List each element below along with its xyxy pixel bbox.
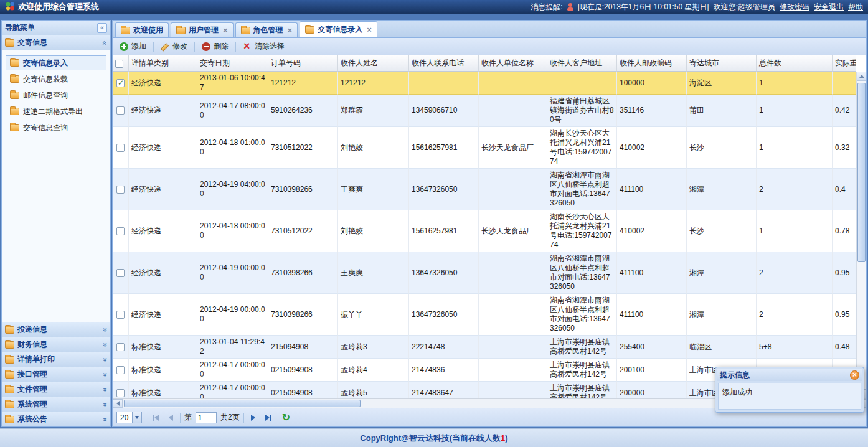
tab-welcome[interactable]: 欢迎使用 bbox=[115, 22, 169, 37]
row-checkbox[interactable] bbox=[116, 389, 125, 397]
page-number-input[interactable] bbox=[196, 412, 217, 423]
grid-cell: 410002 bbox=[617, 127, 687, 169]
sidebar-panel-system-notice[interactable]: 系统公告« bbox=[2, 412, 110, 426]
column-header[interactable]: 收件人姓名 bbox=[338, 55, 409, 72]
page-size-select[interactable]: 20 bbox=[116, 412, 142, 423]
navigation-sidebar: 导航菜单 « 交寄信息 « 交寄信息录入交寄信息装载邮件信息查询速递二期格式导出… bbox=[1, 20, 111, 427]
row-select-cell[interactable] bbox=[113, 359, 129, 382]
tab-role-management[interactable]: 角色管理× bbox=[235, 22, 298, 37]
sidebar-item-shipping-load[interactable]: 交寄信息装载 bbox=[6, 72, 106, 87]
tab-close-icon[interactable]: × bbox=[288, 27, 293, 34]
row-select-cell[interactable] bbox=[113, 95, 129, 127]
chevron-down-icon[interactable] bbox=[132, 412, 141, 423]
chevron-down-icon[interactable]: « bbox=[101, 342, 110, 347]
close-icon[interactable]: × bbox=[850, 370, 859, 380]
sidebar-panel-file-mgmt[interactable]: 文件管理« bbox=[2, 382, 110, 397]
row-checkbox[interactable] bbox=[116, 343, 125, 351]
row-checkbox[interactable] bbox=[116, 311, 125, 319]
chevron-down-icon[interactable]: « bbox=[101, 402, 110, 407]
folder-icon bbox=[5, 39, 14, 47]
grid-row[interactable]: 经济快递2012-04-19 00:00:007310398266王爽爽1364… bbox=[113, 252, 856, 294]
chevron-down-icon[interactable]: « bbox=[101, 387, 110, 392]
column-header[interactable]: 订单号码 bbox=[268, 55, 338, 72]
user-icon[interactable] bbox=[567, 3, 573, 11]
sidebar-panel-waybill-print[interactable]: 详情单打印« bbox=[2, 352, 110, 367]
sidebar-item-mail-query[interactable]: 邮件信息查询 bbox=[6, 88, 106, 103]
chevron-up-icon[interactable]: « bbox=[101, 40, 110, 45]
tab-close-icon[interactable]: × bbox=[367, 27, 372, 33]
row-select-cell[interactable] bbox=[113, 336, 129, 359]
next-page-button[interactable] bbox=[248, 412, 259, 423]
row-checkbox[interactable] bbox=[116, 106, 125, 115]
sidebar-item-express-phase2-export[interactable]: 速递二期格式导出 bbox=[6, 104, 106, 119]
add-button[interactable]: 添加 bbox=[116, 39, 150, 54]
scroll-left-icon[interactable] bbox=[113, 399, 123, 408]
edit-button[interactable]: 修改 bbox=[157, 39, 191, 54]
help-link[interactable]: 帮助 bbox=[848, 2, 863, 12]
column-header[interactable]: 收件人客户地址 bbox=[547, 55, 617, 72]
column-header[interactable]: 实际重量 bbox=[833, 55, 856, 72]
column-header[interactable]: 总件数 bbox=[757, 55, 833, 72]
sidebar-panel-interface-mgmt[interactable]: 接口管理« bbox=[2, 367, 110, 382]
sidebar-item-shipping-entry[interactable]: 交寄信息录入 bbox=[6, 55, 106, 70]
row-checkbox[interactable] bbox=[116, 227, 125, 235]
row-checkbox[interactable] bbox=[116, 366, 125, 374]
grid-cell: 2012-04-19 00:00:00 bbox=[197, 252, 268, 294]
sidebar-panel-shipping-info[interactable]: 交寄信息 « bbox=[2, 35, 110, 50]
refresh-icon[interactable]: ↻ bbox=[282, 413, 290, 423]
vertical-scrollbar[interactable] bbox=[856, 72, 866, 398]
column-header[interactable]: 寄达城市 bbox=[687, 55, 757, 72]
row-select-cell[interactable] bbox=[113, 210, 129, 252]
last-page-button[interactable] bbox=[263, 412, 274, 423]
row-select-cell[interactable] bbox=[113, 169, 129, 210]
tab-shipping-entry[interactable]: 交寄信息录入× bbox=[300, 21, 377, 37]
chevron-down-icon[interactable]: « bbox=[101, 327, 110, 332]
row-checkbox[interactable] bbox=[116, 79, 125, 87]
change-password-link[interactable]: 修改密码 bbox=[780, 2, 809, 12]
logout-link[interactable]: 安全退出 bbox=[814, 2, 844, 12]
first-page-button[interactable] bbox=[150, 412, 161, 423]
horizontal-scrollbar-thumb[interactable] bbox=[124, 400, 361, 407]
row-select-cell[interactable] bbox=[113, 127, 129, 169]
chevron-down-icon[interactable]: « bbox=[101, 357, 110, 362]
folder-icon bbox=[5, 356, 14, 364]
grid-row[interactable]: 经济快递2012-04-17 08:00:005910264236郑群霞1345… bbox=[113, 95, 856, 127]
tab-close-icon[interactable]: × bbox=[223, 27, 228, 34]
column-header[interactable]: 交寄日期 bbox=[197, 55, 268, 72]
grid-cell bbox=[479, 294, 547, 336]
grid-row[interactable]: 标准快递2013-01-04 11:29:42215094908孟玲莉32221… bbox=[113, 336, 856, 359]
grid-row[interactable]: 经济快递2012-04-18 01:00:007310512022刘艳姣1561… bbox=[113, 127, 856, 169]
grid-row[interactable]: 经济快递2012-04-19 04:00:007310398266王爽爽1364… bbox=[113, 169, 856, 210]
row-select-cell[interactable] bbox=[113, 382, 129, 398]
chevron-down-icon[interactable]: « bbox=[101, 372, 110, 377]
delete-button[interactable]: 删除 bbox=[198, 39, 232, 54]
column-header[interactable]: 收件人单位名称 bbox=[479, 55, 547, 72]
select-all-header[interactable] bbox=[113, 55, 129, 72]
grid-row[interactable]: 经济快递2012-04-19 00:00:007310398266振丫丫1364… bbox=[113, 294, 856, 336]
row-select-cell[interactable] bbox=[113, 72, 129, 95]
sidebar-panel-system-mgmt[interactable]: 系统管理« bbox=[2, 397, 110, 412]
column-header[interactable]: 详情单类别 bbox=[129, 55, 197, 72]
row-checkbox[interactable] bbox=[116, 144, 125, 152]
grid-cell: 湘潭 bbox=[687, 294, 757, 336]
sidebar-item-shipping-query[interactable]: 交寄信息查询 bbox=[6, 120, 106, 135]
total-pages-label: 共2页 bbox=[220, 412, 240, 423]
vertical-scrollbar-thumb[interactable] bbox=[857, 83, 866, 262]
prev-page-button[interactable] bbox=[165, 412, 176, 423]
sidebar-panel-finance-info[interactable]: 财务信息« bbox=[2, 337, 110, 352]
grid-row[interactable]: 经济快递2012-04-18 00:00:007310512022刘艳姣1561… bbox=[113, 210, 856, 252]
grid-row[interactable]: 经济快递2013-01-06 10:00:4712121212121210000… bbox=[113, 72, 856, 95]
select-all-checkbox[interactable] bbox=[115, 60, 123, 68]
row-select-cell[interactable] bbox=[113, 252, 129, 294]
row-checkbox[interactable] bbox=[116, 269, 125, 277]
clear-button[interactable]: 清除选择 bbox=[239, 39, 288, 54]
row-select-cell[interactable] bbox=[113, 294, 129, 336]
scroll-up-icon[interactable] bbox=[857, 72, 866, 81]
chevron-down-icon[interactable]: « bbox=[101, 417, 110, 421]
sidebar-collapse-button[interactable]: « bbox=[97, 23, 107, 33]
sidebar-panel-delivery-info[interactable]: 投递信息« bbox=[2, 322, 110, 337]
tab-user-management[interactable]: 用户管理× bbox=[171, 22, 234, 37]
column-header[interactable]: 收件人邮政编码 bbox=[617, 55, 687, 72]
column-header[interactable]: 收件人联系电话 bbox=[409, 55, 479, 72]
row-checkbox[interactable] bbox=[116, 186, 125, 194]
